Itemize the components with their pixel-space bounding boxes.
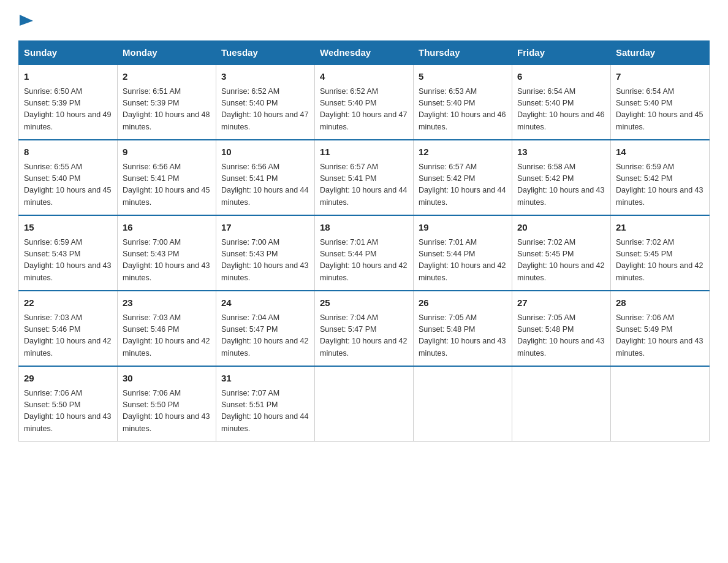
calendar-day-cell: 25Sunrise: 7:04 AMSunset: 5:47 PMDayligh… <box>315 291 414 366</box>
calendar-day-cell: 11Sunrise: 6:57 AMSunset: 5:41 PMDayligh… <box>315 140 414 215</box>
calendar-day-cell: 12Sunrise: 6:57 AMSunset: 5:42 PMDayligh… <box>414 140 512 215</box>
day-number: 31 <box>221 372 309 386</box>
day-info: Sunrise: 6:54 AMSunset: 5:40 PMDaylight:… <box>616 86 704 134</box>
day-info: Sunrise: 6:57 AMSunset: 5:41 PMDaylight:… <box>320 161 408 209</box>
day-info: Sunrise: 6:57 AMSunset: 5:42 PMDaylight:… <box>419 161 507 209</box>
day-number: 6 <box>517 70 605 84</box>
calendar-day-cell: 18Sunrise: 7:01 AMSunset: 5:44 PMDayligh… <box>315 215 414 291</box>
day-number: 9 <box>123 145 211 159</box>
day-info: Sunrise: 7:05 AMSunset: 5:48 PMDaylight:… <box>419 312 507 360</box>
day-info: Sunrise: 7:06 AMSunset: 5:50 PMDaylight:… <box>24 388 112 435</box>
day-number: 26 <box>419 296 507 310</box>
calendar-day-cell: 17Sunrise: 7:00 AMSunset: 5:43 PMDayligh… <box>216 215 315 291</box>
calendar-day-cell: 29Sunrise: 7:06 AMSunset: 5:50 PMDayligh… <box>19 366 118 442</box>
day-number: 12 <box>419 145 507 159</box>
day-info: Sunrise: 6:52 AMSunset: 5:40 PMDaylight:… <box>320 86 408 134</box>
day-number: 11 <box>320 145 408 159</box>
calendar-day-cell: 31Sunrise: 7:07 AMSunset: 5:51 PMDayligh… <box>216 366 315 442</box>
calendar-table: SundayMondayTuesdayWednesdayThursdayFrid… <box>18 40 710 442</box>
calendar-day-cell: 27Sunrise: 7:05 AMSunset: 5:48 PMDayligh… <box>512 291 611 366</box>
calendar-day-cell: 21Sunrise: 7:02 AMSunset: 5:45 PMDayligh… <box>611 215 710 291</box>
svg-marker-0 <box>20 15 33 26</box>
calendar-day-cell: 8Sunrise: 6:55 AMSunset: 5:40 PMDaylight… <box>19 140 118 215</box>
day-of-week-header: Monday <box>118 41 216 65</box>
calendar-day-cell: 5Sunrise: 6:53 AMSunset: 5:40 PMDaylight… <box>414 64 512 140</box>
day-number: 1 <box>24 70 112 84</box>
day-number: 22 <box>24 296 112 310</box>
day-of-week-header: Wednesday <box>315 41 414 65</box>
logo <box>18 12 33 28</box>
day-number: 21 <box>616 221 704 235</box>
day-info: Sunrise: 6:50 AMSunset: 5:39 PMDaylight:… <box>24 86 112 134</box>
day-info: Sunrise: 7:06 AMSunset: 5:49 PMDaylight:… <box>616 312 704 360</box>
calendar-week-row: 29Sunrise: 7:06 AMSunset: 5:50 PMDayligh… <box>19 366 710 442</box>
day-of-week-header: Friday <box>512 41 611 65</box>
day-number: 18 <box>320 221 408 235</box>
day-info: Sunrise: 6:53 AMSunset: 5:40 PMDaylight:… <box>419 86 507 134</box>
calendar-day-cell: 30Sunrise: 7:06 AMSunset: 5:50 PMDayligh… <box>118 366 216 442</box>
day-number: 2 <box>123 70 211 84</box>
calendar-day-cell: 2Sunrise: 6:51 AMSunset: 5:39 PMDaylight… <box>118 64 216 140</box>
calendar-day-cell: 3Sunrise: 6:52 AMSunset: 5:40 PMDaylight… <box>216 64 315 140</box>
day-number: 4 <box>320 70 408 84</box>
calendar-day-cell: 1Sunrise: 6:50 AMSunset: 5:39 PMDaylight… <box>19 64 118 140</box>
day-info: Sunrise: 6:56 AMSunset: 5:41 PMDaylight:… <box>123 161 211 209</box>
day-number: 15 <box>24 221 112 235</box>
calendar-day-cell <box>512 366 611 442</box>
day-number: 17 <box>221 221 309 235</box>
calendar-day-cell: 10Sunrise: 6:56 AMSunset: 5:41 PMDayligh… <box>216 140 315 215</box>
day-info: Sunrise: 7:02 AMSunset: 5:45 PMDaylight:… <box>517 237 605 285</box>
calendar-day-cell: 6Sunrise: 6:54 AMSunset: 5:40 PMDaylight… <box>512 64 611 140</box>
calendar-header-row: SundayMondayTuesdayWednesdayThursdayFrid… <box>19 41 710 65</box>
day-info: Sunrise: 7:06 AMSunset: 5:50 PMDaylight:… <box>123 388 211 435</box>
day-info: Sunrise: 7:00 AMSunset: 5:43 PMDaylight:… <box>221 237 309 285</box>
day-of-week-header: Sunday <box>19 41 118 65</box>
day-info: Sunrise: 6:52 AMSunset: 5:40 PMDaylight:… <box>221 86 309 134</box>
day-number: 24 <box>221 296 309 310</box>
calendar-day-cell <box>414 366 512 442</box>
day-info: Sunrise: 7:04 AMSunset: 5:47 PMDaylight:… <box>320 312 408 360</box>
calendar-day-cell: 16Sunrise: 7:00 AMSunset: 5:43 PMDayligh… <box>118 215 216 291</box>
calendar-day-cell: 19Sunrise: 7:01 AMSunset: 5:44 PMDayligh… <box>414 215 512 291</box>
day-info: Sunrise: 6:56 AMSunset: 5:41 PMDaylight:… <box>221 161 309 209</box>
day-number: 19 <box>419 221 507 235</box>
day-of-week-header: Tuesday <box>216 41 315 65</box>
day-info: Sunrise: 7:07 AMSunset: 5:51 PMDaylight:… <box>221 388 309 435</box>
day-info: Sunrise: 7:04 AMSunset: 5:47 PMDaylight:… <box>221 312 309 360</box>
calendar-day-cell: 24Sunrise: 7:04 AMSunset: 5:47 PMDayligh… <box>216 291 315 366</box>
calendar-day-cell: 9Sunrise: 6:56 AMSunset: 5:41 PMDaylight… <box>118 140 216 215</box>
day-number: 3 <box>221 70 309 84</box>
day-number: 7 <box>616 70 704 84</box>
day-info: Sunrise: 6:51 AMSunset: 5:39 PMDaylight:… <box>123 86 211 134</box>
calendar-week-row: 8Sunrise: 6:55 AMSunset: 5:40 PMDaylight… <box>19 140 710 215</box>
day-number: 5 <box>419 70 507 84</box>
day-info: Sunrise: 7:03 AMSunset: 5:46 PMDaylight:… <box>123 312 211 360</box>
day-info: Sunrise: 7:02 AMSunset: 5:45 PMDaylight:… <box>616 237 704 285</box>
day-info: Sunrise: 7:01 AMSunset: 5:44 PMDaylight:… <box>419 237 507 285</box>
day-number: 14 <box>616 145 704 159</box>
day-info: Sunrise: 7:05 AMSunset: 5:48 PMDaylight:… <box>517 312 605 360</box>
day-of-week-header: Saturday <box>611 41 710 65</box>
day-info: Sunrise: 6:59 AMSunset: 5:43 PMDaylight:… <box>24 237 112 285</box>
day-info: Sunrise: 7:03 AMSunset: 5:46 PMDaylight:… <box>24 312 112 360</box>
day-info: Sunrise: 6:54 AMSunset: 5:40 PMDaylight:… <box>517 86 605 134</box>
calendar-day-cell: 4Sunrise: 6:52 AMSunset: 5:40 PMDaylight… <box>315 64 414 140</box>
calendar-day-cell: 28Sunrise: 7:06 AMSunset: 5:49 PMDayligh… <box>611 291 710 366</box>
day-info: Sunrise: 6:59 AMSunset: 5:42 PMDaylight:… <box>616 161 704 209</box>
calendar-day-cell <box>315 366 414 442</box>
day-number: 23 <box>123 296 211 310</box>
day-number: 28 <box>616 296 704 310</box>
calendar-day-cell <box>611 366 710 442</box>
page-header <box>18 12 710 28</box>
day-number: 25 <box>320 296 408 310</box>
calendar-day-cell: 14Sunrise: 6:59 AMSunset: 5:42 PMDayligh… <box>611 140 710 215</box>
day-number: 20 <box>517 221 605 235</box>
calendar-day-cell: 13Sunrise: 6:58 AMSunset: 5:42 PMDayligh… <box>512 140 611 215</box>
day-info: Sunrise: 6:58 AMSunset: 5:42 PMDaylight:… <box>517 161 605 209</box>
calendar-day-cell: 7Sunrise: 6:54 AMSunset: 5:40 PMDaylight… <box>611 64 710 140</box>
calendar-day-cell: 15Sunrise: 6:59 AMSunset: 5:43 PMDayligh… <box>19 215 118 291</box>
day-of-week-header: Thursday <box>414 41 512 65</box>
day-number: 8 <box>24 145 112 159</box>
day-number: 30 <box>123 372 211 386</box>
calendar-day-cell: 22Sunrise: 7:03 AMSunset: 5:46 PMDayligh… <box>19 291 118 366</box>
